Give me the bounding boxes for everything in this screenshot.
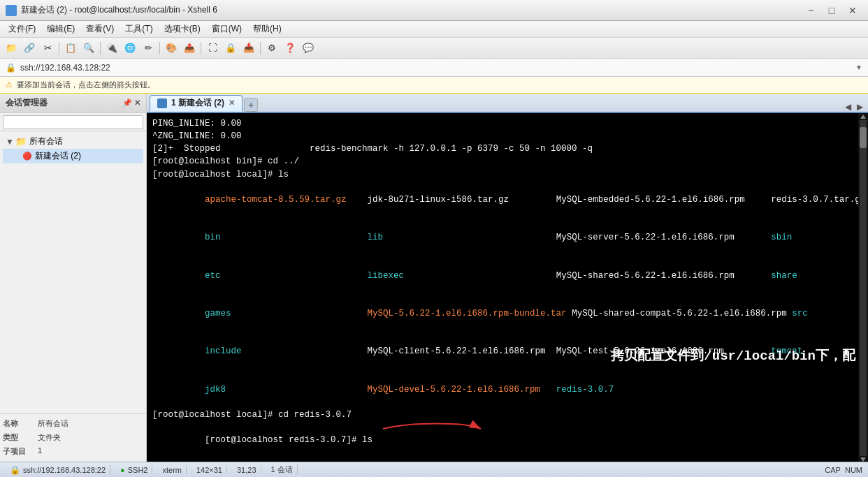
- app-icon: [6, 5, 17, 16]
- tree-item-new-session[interactable]: 🔴 新建会话 (2): [3, 149, 143, 163]
- address-bar: 🔒 ssh://192.168.43.128:22 ▼: [0, 59, 868, 77]
- status-protocol: ● SSH2: [116, 466, 152, 474]
- tree-toggle-icon: ▼: [6, 137, 14, 147]
- menu-tools[interactable]: 工具(T): [120, 22, 158, 36]
- sidebar-header-buttons: 📌 ✕: [122, 98, 140, 108]
- toolbar-new-session[interactable]: 📁: [3, 41, 20, 56]
- scroll-track[interactable]: [860, 120, 867, 456]
- prop-value-type: 文件夹: [38, 432, 143, 443]
- tree-label-all-sessions: 所有会话: [29, 135, 63, 147]
- window-title: 新建会话 (2) - root@localhost:/usr/local/bin…: [21, 4, 801, 16]
- status-right: CAP NUM: [825, 466, 862, 474]
- menu-help[interactable]: 帮助(H): [247, 22, 287, 36]
- address-url[interactable]: ssh://192.168.43.128:22: [20, 63, 848, 73]
- toolbar-download[interactable]: 📥: [240, 41, 257, 56]
- toolbar-upload[interactable]: 📤: [181, 41, 198, 56]
- toolbar-settings[interactable]: ⚙: [263, 41, 280, 56]
- terminal-line-11: jdk8 MySQL-devel-5.6.22-1.el6.i686.rpm r…: [152, 371, 862, 409]
- menu-view[interactable]: 查看(V): [80, 22, 120, 36]
- lock-icon: 🔒: [6, 63, 16, 73]
- session-tree: ▼ 📁 所有会话 🔴 新建会话 (2): [0, 131, 146, 413]
- menu-edit[interactable]: 编辑(E): [41, 22, 80, 36]
- toolbar-separator-1: [59, 42, 59, 54]
- scrollbar[interactable]: [858, 113, 868, 462]
- toolbar-copy[interactable]: 📋: [62, 41, 79, 56]
- status-size: 142×31: [192, 466, 227, 474]
- prop-row-children: 子项目 1: [3, 445, 143, 459]
- menu-file[interactable]: 文件(F): [3, 22, 41, 36]
- hint-icon: ⚠: [6, 80, 13, 89]
- tab-bar: 1 新建会话 (2) ✕ + ◀ ▶: [147, 94, 868, 113]
- status-sessions: 1 会话: [267, 464, 298, 475]
- minimize-button[interactable]: −: [801, 3, 820, 18]
- toolbar-separator-2: [100, 42, 101, 54]
- toolbar-msg[interactable]: 💬: [300, 41, 317, 56]
- session-icon: 🔴: [22, 152, 32, 161]
- menu-window[interactable]: 窗口(W): [206, 22, 247, 36]
- terminal-line-5: [root@localhost local]# ls: [152, 168, 862, 181]
- status-cursor-text: 31,23: [237, 466, 256, 474]
- prop-value-children: 1: [38, 446, 143, 457]
- toolbar-separator-4: [201, 42, 201, 54]
- toolbar-fullscreen[interactable]: ⛶: [204, 41, 221, 56]
- tab-add-button[interactable]: +: [244, 98, 258, 112]
- scroll-up-icon[interactable]: [860, 115, 866, 119]
- tab-next-button[interactable]: ▶: [855, 102, 865, 112]
- hint-text: 要添加当前会话，点击左侧的箭头按钮。: [17, 80, 155, 90]
- title-bar: 新建会话 (2) - root@localhost:/usr/local/bin…: [0, 0, 868, 21]
- tree-label-new-session: 新建会话 (2): [35, 150, 81, 162]
- status-num: NUM: [845, 466, 862, 474]
- toolbar-compose[interactable]: ✏: [140, 41, 157, 56]
- status-protocol-text: SSH2: [128, 466, 148, 474]
- prop-row-name: 名称 所有会话: [3, 417, 143, 431]
- right-panel: 1 新建会话 (2) ✕ + ◀ ▶ PING_INLINE: 0.00 ^ZN…: [147, 94, 868, 462]
- hint-bar: ⚠ 要添加当前会话，点击左侧的箭头按钮。: [0, 77, 868, 94]
- prop-value-name: 所有会话: [38, 418, 143, 429]
- tree-item-all-sessions[interactable]: ▼ 📁 所有会话: [3, 134, 143, 149]
- tab-prev-button[interactable]: ◀: [843, 102, 853, 112]
- tab-label: 1 新建会话 (2): [171, 97, 224, 109]
- status-cursor: 31,23: [233, 466, 261, 474]
- terminal-line-6: apache-tomcat-8.5.59.tar.gz jdk-8u271-li…: [152, 181, 862, 219]
- toolbar-separator-5: [260, 42, 261, 54]
- sidebar-pin-button[interactable]: 📌: [122, 98, 132, 108]
- status-ssh-icon: 🔒: [10, 465, 20, 475]
- toolbar-lock[interactable]: 🔒: [222, 41, 239, 56]
- maximize-button[interactable]: □: [822, 3, 841, 18]
- toolbar-btn3[interactable]: ✂: [39, 41, 56, 56]
- menu-bar: 文件(F) 编辑(E) 查看(V) 工具(T) 选项卡(B) 窗口(W) 帮助(…: [0, 21, 868, 38]
- toolbar-color[interactable]: 🎨: [163, 41, 180, 56]
- status-bar: 🔒 ssh://192.168.43.128:22 ● SSH2 xterm 1…: [0, 462, 868, 477]
- prop-row-type: 类型 文件夹: [3, 431, 143, 445]
- status-encoding-text: xterm: [162, 466, 182, 474]
- sidebar-close-button[interactable]: ✕: [134, 98, 140, 108]
- status-size-text: 142×31: [196, 466, 222, 474]
- toolbar-disconnect[interactable]: 🔌: [103, 41, 120, 56]
- toolbar: 📁 🔗 ✂ 📋 🔍 🔌 🌐 ✏ 🎨 📤 ⛶ 🔒 📥 ⚙ ❓ 💬: [0, 38, 868, 59]
- sidebar: 会话管理器 📌 ✕ ▼ 📁 所有会话 🔴 新建会话 (2) 名称 所有会话: [0, 94, 147, 462]
- status-encoding: xterm: [158, 466, 187, 474]
- prop-label-name: 名称: [3, 418, 38, 429]
- tab-new-session[interactable]: 1 新建会话 (2) ✕: [150, 95, 243, 112]
- prop-label-children: 子项目: [3, 446, 38, 457]
- scroll-thumb[interactable]: [860, 127, 867, 148]
- search-input[interactable]: [3, 115, 143, 129]
- toolbar-help[interactable]: ❓: [282, 41, 298, 56]
- menu-tabs[interactable]: 选项卡(B): [159, 22, 206, 36]
- address-dropdown-icon[interactable]: ▼: [855, 64, 862, 71]
- sidebar-search: [0, 113, 146, 131]
- tab-session-icon: [157, 98, 167, 108]
- tab-close-button[interactable]: ✕: [229, 98, 235, 108]
- terminal-line-3: [2]+ Stopped redis-benchmark -h 127.0.0.…: [152, 142, 862, 155]
- terminal-line-8: etc libexec MySQL-shared-5.6.22-1.el6.i6…: [152, 256, 862, 294]
- terminal[interactable]: PING_INLINE: 0.00 ^ZNG_INLINE: 0.00 [2]+…: [147, 113, 868, 462]
- toolbar-find[interactable]: 🔍: [80, 41, 97, 56]
- terminal-wrapper: PING_INLINE: 0.00 ^ZNG_INLINE: 0.00 [2]+…: [147, 113, 868, 462]
- toolbar-btn2[interactable]: 🔗: [21, 41, 38, 56]
- close-button[interactable]: ✕: [843, 3, 862, 18]
- terminal-line-1: PING_INLINE: 0.00: [152, 117, 862, 130]
- scroll-down-icon[interactable]: [860, 457, 866, 462]
- toolbar-reconnect[interactable]: 🌐: [122, 41, 138, 56]
- sidebar-header: 会话管理器 📌 ✕: [0, 94, 146, 113]
- terminal-line-12: [root@localhost local]# cd redis-3.0.7: [152, 409, 862, 421]
